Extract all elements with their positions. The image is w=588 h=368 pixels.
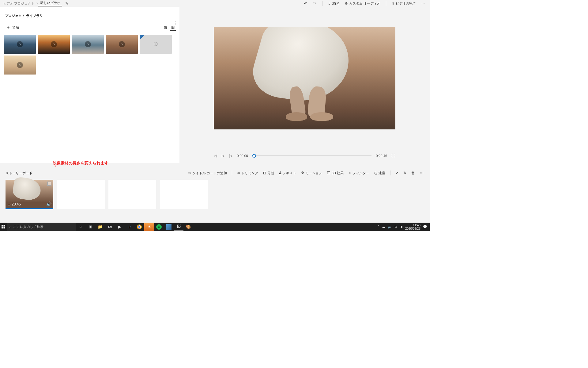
total-time: 0:20.46 <box>376 154 387 158</box>
add-media-button[interactable]: ＋ 追加 <box>4 24 21 32</box>
text-button[interactable]: A̲テキスト <box>279 171 296 175</box>
custom-audio-button[interactable]: ⚙カスタム オーディオ <box>345 1 380 6</box>
annotation-text: 映像素材の長さを変えられます <box>53 160 108 166</box>
system-tray: ˄ ☁ 🔈 ⊘ ◑ 11:46 2020/02/28 💬 <box>378 224 430 230</box>
export-icon: ⇪ <box>392 2 394 6</box>
seek-knob[interactable] <box>252 154 256 158</box>
speed-button[interactable]: ◷速度 <box>374 171 385 175</box>
title-card-icon: ▭ <box>188 171 191 175</box>
app-icon-2[interactable] <box>166 224 172 230</box>
motion-button[interactable]: ✥モーション <box>301 171 322 175</box>
chrome-icon[interactable] <box>137 224 142 229</box>
library-clip[interactable]: ▷ <box>38 35 70 54</box>
duration-icon: ▭ <box>7 202 10 206</box>
info-icon: ⓘ <box>154 41 158 47</box>
library-clip[interactable]: ▷ <box>4 35 36 54</box>
spotify-icon[interactable]: ≡ <box>156 224 162 230</box>
movies-icon[interactable]: ▶ <box>115 223 125 231</box>
undo-icon[interactable]: ↶ <box>304 1 307 6</box>
paint-icon[interactable]: 🎨 <box>183 223 193 231</box>
library-title: プロジェクト ライブラリ <box>5 13 176 18</box>
top-actions: ↶ ↷ ♫BGM ⚙カスタム オーディオ ⇪ビデオの完了 ⋯ <box>304 1 428 6</box>
volume-icon[interactable]: 🔊 <box>46 201 51 206</box>
cube-icon: ❒ <box>327 171 330 175</box>
grid-view-large-icon[interactable]: ⊞ <box>162 25 168 31</box>
collapse-panel-icon[interactable]: 〈 <box>172 20 176 26</box>
play-overlay-icon: ▷ <box>85 41 91 47</box>
action-center-icon[interactable]: 💬 <box>423 225 427 229</box>
trim-icon: ⇹ <box>237 171 240 175</box>
project-library-panel: プロジェクト ライブラリ 〈 ＋ 追加 ⊞ ▦ ▷ ▷ ▷ ▷ ⓘ ▷ <box>0 7 179 163</box>
redo-icon: ↷ <box>313 1 317 6</box>
app-icon[interactable]: ✶ <box>144 223 154 231</box>
add-title-card-button[interactable]: ▭タイトル カードの追加 <box>188 171 227 175</box>
store-icon[interactable]: 🛍 <box>105 223 115 231</box>
taskbar-search[interactable]: ⌕ ここに入力して検索 <box>7 223 76 231</box>
tray-chevron-icon[interactable]: ˄ <box>378 225 379 229</box>
start-button[interactable] <box>0 223 7 231</box>
text-icon: A̲ <box>279 171 281 175</box>
resize-button[interactable]: ⤢ <box>395 171 398 175</box>
ime-icon[interactable]: ⊘ <box>394 225 397 229</box>
library-thumbnails: ▷ ▷ ▷ ▷ ⓘ ▷ <box>4 35 176 75</box>
explorer-icon[interactable]: 📁 <box>95 223 105 231</box>
task-view-icon[interactable]: ⊞ <box>85 223 95 231</box>
breadcrumb-current[interactable]: 新しいビデオ <box>38 1 62 6</box>
resize-icon: ⤢ <box>395 171 398 175</box>
tray-icon[interactable]: ◑ <box>400 225 403 229</box>
storyboard-empty-slot[interactable] <box>57 180 105 209</box>
finish-video-button[interactable]: ⇪ビデオの完了 <box>392 1 416 6</box>
top-bar: ビデオ プロジェクト > 新しいビデオ ✎ ↶ ↷ ♫BGM ⚙カスタム オーデ… <box>0 0 430 7</box>
speed-icon: ◷ <box>374 171 377 175</box>
preview-panel: ◁| ▷ |▷ 0:00.00 0:20.46 ⛶ <box>179 7 430 163</box>
divider <box>322 1 322 6</box>
clip-checkbox[interactable] <box>47 182 51 186</box>
3d-effects-button[interactable]: ❒3D 効果 <box>327 171 344 175</box>
search-placeholder: ここに入力して検索 <box>13 224 43 229</box>
rename-icon[interactable]: ✎ <box>65 1 69 6</box>
volume-tray-icon[interactable]: 🔈 <box>388 225 392 229</box>
storyboard-clips: ▭20.46 🔊 <box>6 180 424 209</box>
play-overlay-icon: ▷ <box>17 62 23 68</box>
onedrive-icon[interactable]: ☁ <box>382 225 385 229</box>
svg-rect-2 <box>3 225 5 227</box>
library-clip[interactable]: ▷ <box>4 56 36 75</box>
library-clip[interactable]: ▷ <box>72 35 104 54</box>
motion-icon: ✥ <box>301 171 304 175</box>
rotate-button[interactable]: ↻ <box>403 171 406 175</box>
storyboard-clip-selected[interactable]: ▭20.46 🔊 <box>6 180 53 209</box>
storyboard-empty-slot[interactable] <box>108 180 156 209</box>
library-clip-error[interactable]: ⓘ <box>140 35 172 54</box>
cortana-icon[interactable]: ○ <box>76 223 85 231</box>
breadcrumb-root[interactable]: ビデオ プロジェクト <box>1 1 36 6</box>
seek-bar[interactable] <box>252 155 371 156</box>
search-icon: ⌕ <box>9 225 11 229</box>
trim-button[interactable]: ⇹トリミング <box>237 171 258 175</box>
edge-icon[interactable]: e <box>125 223 134 231</box>
taskbar-clock[interactable]: 11:46 2020/02/28 <box>405 224 420 230</box>
storyboard-empty-slot[interactable] <box>160 180 208 209</box>
storyboard-title: ストーリーボード <box>6 171 32 175</box>
trash-icon: 🗑 <box>411 171 415 175</box>
play-overlay-icon: ▷ <box>17 41 23 47</box>
clip-duration[interactable]: ▭20.46 <box>7 202 21 206</box>
more-button[interactable]: ⋯ <box>420 171 424 175</box>
preview-video-frame[interactable] <box>214 27 395 129</box>
svg-rect-1 <box>2 225 3 227</box>
bgm-button[interactable]: ♫BGM <box>328 2 339 5</box>
filters-button[interactable]: ♀フィルター <box>349 171 369 175</box>
filter-icon: ♀ <box>349 171 351 175</box>
play-icon[interactable]: ▷ <box>222 154 224 158</box>
next-frame-icon[interactable]: |▷ <box>229 154 232 158</box>
windows-icon <box>2 225 6 229</box>
prev-frame-icon[interactable]: ◁| <box>214 154 217 158</box>
delete-button[interactable]: 🗑 <box>411 171 415 175</box>
library-clip[interactable]: ▷ <box>106 35 138 54</box>
video-editor-window: ビデオ プロジェクト > 新しいビデオ ✎ ↶ ↷ ♫BGM ⚙カスタム オーデ… <box>0 0 430 231</box>
split-button[interactable]: ⊟分割 <box>263 171 274 175</box>
person-audio-icon: ⚙ <box>345 2 348 6</box>
fullscreen-icon[interactable]: ⛶ <box>391 153 395 158</box>
svg-rect-4 <box>3 227 5 229</box>
more-icon[interactable]: ⋯ <box>421 2 425 6</box>
photos-icon[interactable]: 🖼 <box>174 223 183 231</box>
